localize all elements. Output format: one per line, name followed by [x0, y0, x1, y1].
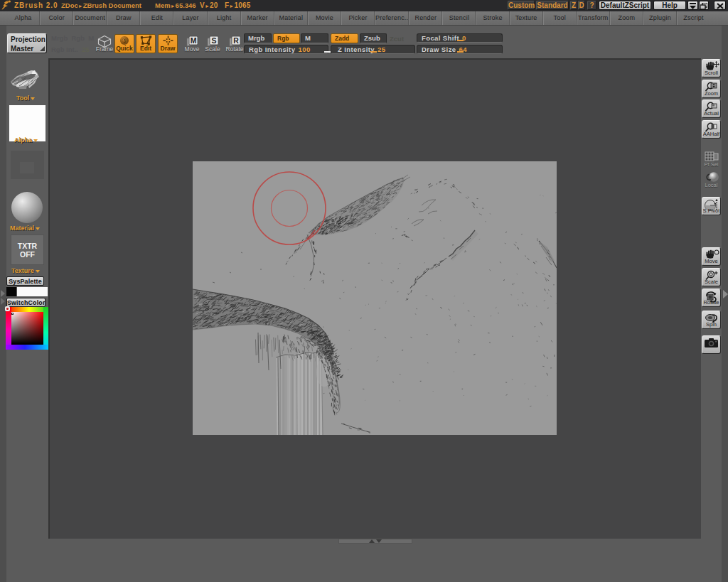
svg-text:M: M	[191, 36, 197, 45]
svg-text:R: R	[233, 36, 239, 45]
svg-text:3: 3	[123, 38, 126, 43]
svg-text:S: S	[211, 36, 216, 45]
